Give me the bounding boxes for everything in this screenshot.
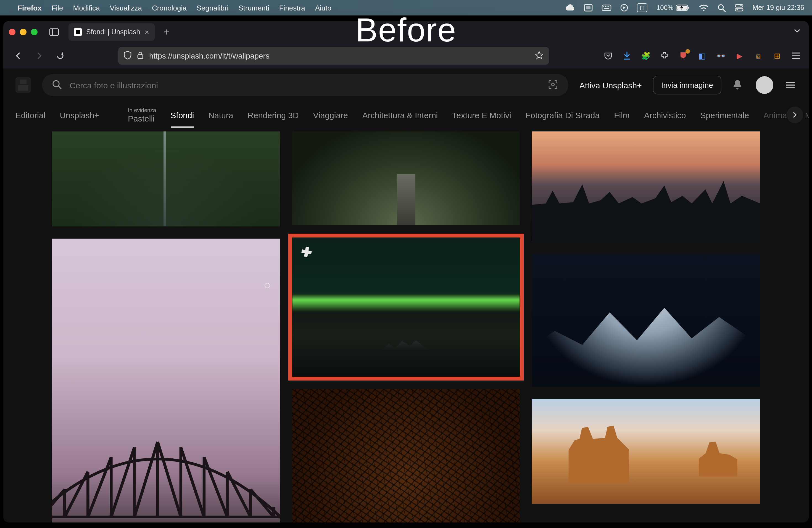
search-input[interactable]	[69, 80, 541, 90]
svg-line-50	[204, 457, 227, 517]
now-playing-icon[interactable]	[620, 4, 628, 12]
notifications-icon[interactable]	[733, 79, 744, 91]
category-item[interactable]: Fotografia Di Strada	[526, 110, 599, 120]
nav-forward-button	[32, 48, 46, 63]
svg-point-17	[737, 9, 738, 11]
firefox-window: Sfondi | Unsplash × + https://unsplash.c…	[3, 21, 809, 523]
extension-icon-ublock[interactable]: ⛊	[678, 51, 688, 61]
svg-point-27	[552, 83, 554, 86]
site-menu-icon[interactable]	[784, 79, 797, 91]
submit-image-button[interactable]: Invia immagine	[653, 76, 721, 94]
category-item[interactable]: Natura	[208, 110, 233, 120]
menubar-item[interactable]: File	[52, 4, 63, 12]
url-field[interactable]: https://unsplash.com/it/t/wallpapers	[118, 47, 549, 64]
extension-icon-3[interactable]: 👓	[716, 51, 726, 61]
svg-point-25	[53, 80, 59, 86]
svg-line-45	[88, 457, 111, 517]
svg-line-47	[134, 442, 158, 517]
window-close-button[interactable]	[9, 29, 15, 35]
image-desert-monuments[interactable]	[532, 399, 760, 504]
tabs-overflow-icon[interactable]	[793, 27, 801, 37]
svg-line-26	[59, 86, 61, 88]
category-item[interactable]: Texture E Motivi	[452, 110, 511, 120]
image-city-skyline[interactable]	[532, 131, 760, 242]
tracking-shield-icon[interactable]	[124, 50, 131, 61]
menubar-item[interactable]: Modifica	[73, 4, 100, 12]
nav-back-button[interactable]	[11, 48, 25, 63]
category-editorial[interactable]: Editorial	[15, 110, 45, 120]
category-active[interactable]: Sfondi	[170, 110, 194, 120]
downloads-icon[interactable]	[622, 51, 632, 61]
window-maximize-button[interactable]	[31, 29, 38, 35]
extension-icon-6[interactable]: ⊞	[772, 51, 782, 61]
svg-rect-18	[50, 29, 59, 35]
page-content: Attiva Unsplash+ Invia immagine Editoria…	[3, 69, 809, 523]
browser-tab[interactable]: Sfondi | Unsplash ×	[69, 23, 155, 41]
search-bar[interactable]	[42, 74, 568, 96]
svg-point-5	[607, 6, 607, 7]
lock-icon[interactable]	[137, 51, 144, 60]
category-item[interactable]: Sperimentale	[700, 110, 749, 120]
window-traffic-lights	[9, 29, 38, 35]
categories-scroll-right-icon[interactable]	[787, 107, 803, 123]
extension-icon-4[interactable]: ▶	[735, 51, 744, 61]
bookmark-star-icon[interactable]	[535, 50, 543, 61]
menubar-item[interactable]: Finestra	[279, 4, 305, 12]
menubar-item[interactable]: Segnalibri	[197, 4, 229, 12]
browser-tabbar: Sfondi | Unsplash × +	[3, 21, 809, 43]
hamburger-menu-icon[interactable]	[791, 51, 801, 61]
control-center-icon[interactable]	[735, 4, 743, 12]
extension-icon-2[interactable]: ◧	[697, 51, 707, 61]
image-aurora[interactable]	[292, 237, 520, 377]
extension-icon-5[interactable]: ⧈	[753, 51, 764, 61]
spotlight-icon[interactable]	[717, 4, 726, 12]
site-header: Attiva Unsplash+ Invia immagine	[3, 69, 809, 102]
svg-point-15	[740, 5, 742, 6]
tab-favicon-icon	[74, 28, 82, 36]
menubar-item[interactable]: Visualizza	[110, 4, 142, 12]
featured-label: Pastelli	[128, 114, 156, 122]
battery-status[interactable]: 100%	[656, 4, 690, 12]
svg-line-43	[52, 489, 64, 517]
sidebar-toggle-icon[interactable]	[47, 25, 61, 39]
tab-close-icon[interactable]: ×	[145, 28, 149, 36]
extensions-icon[interactable]	[659, 51, 669, 61]
category-item[interactable]: Film	[614, 110, 630, 120]
category-item[interactable]: Viaggiare	[313, 110, 348, 120]
image-aerial-road[interactable]	[52, 131, 280, 226]
menubar-item[interactable]: Aiuto	[315, 4, 331, 12]
activate-plus-link[interactable]: Attiva Unsplash+	[579, 80, 642, 90]
svg-point-6	[608, 6, 609, 7]
extension-icon-1[interactable]: 🧩	[641, 51, 651, 61]
category-item[interactable]: Archivistico	[644, 110, 686, 120]
svg-point-3	[603, 6, 604, 7]
image-branches[interactable]	[292, 389, 520, 523]
image-snow-mountain[interactable]	[532, 254, 760, 386]
visual-search-icon[interactable]	[547, 79, 559, 91]
menubar-item[interactable]: Cronologia	[152, 4, 187, 12]
nav-reload-button[interactable]	[53, 48, 68, 63]
cloud-icon[interactable]	[565, 4, 575, 12]
new-tab-button[interactable]: +	[159, 24, 175, 40]
menubar-datetime[interactable]: Mer 19 giu 22:36	[752, 4, 804, 12]
pocket-icon[interactable]	[603, 51, 613, 61]
window-minimize-button[interactable]	[20, 29, 27, 35]
category-item[interactable]: Rendering 3D	[247, 110, 299, 120]
image-bridge-dusk[interactable]	[52, 239, 280, 523]
stage-manager-icon[interactable]	[584, 4, 592, 12]
user-avatar[interactable]	[756, 76, 773, 94]
unsplash-logo-icon[interactable]	[15, 77, 31, 93]
menubar-app-name[interactable]: Firefox	[18, 4, 42, 12]
category-unsplash-plus[interactable]: Unsplash+	[60, 110, 99, 120]
svg-line-48	[158, 442, 181, 517]
svg-line-13	[723, 9, 725, 11]
category-featured[interactable]: In evidenza Pastelli	[128, 107, 156, 122]
keyboard-icon[interactable]	[601, 4, 611, 11]
category-item[interactable]: Architettura & Interni	[362, 110, 438, 120]
input-language[interactable]: IT	[637, 3, 648, 12]
svg-line-44	[64, 472, 88, 517]
image-tree-tunnel[interactable]	[292, 131, 520, 225]
unsplash-plus-badge-icon	[300, 245, 313, 261]
wifi-icon[interactable]	[699, 4, 709, 11]
menubar-item[interactable]: Strumenti	[238, 4, 269, 12]
